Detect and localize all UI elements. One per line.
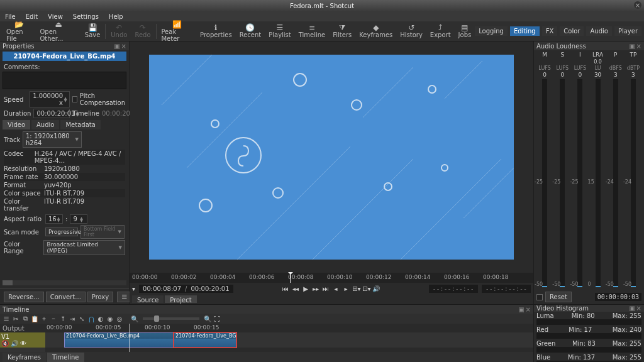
step-fwd-icon[interactable]: ▸▸ bbox=[312, 285, 319, 292]
tl-copy-icon[interactable]: ⧉ bbox=[21, 315, 29, 322]
tl-lift-icon[interactable]: ⤒ bbox=[59, 315, 67, 322]
export-button[interactable]: ⤴Export bbox=[426, 24, 455, 38]
timeline-tracks[interactable]: 00:00:00 00:00:05 00:00:10 00:00:15 2107… bbox=[45, 324, 533, 352]
in-point-timecode[interactable]: --:--:--:-- bbox=[429, 285, 478, 293]
aspect-a-input[interactable]: 16▲▼ bbox=[45, 214, 63, 224]
recent-button[interactable]: 🕓Recent bbox=[236, 24, 265, 38]
tl-zoom-in-icon[interactable]: 🔍 bbox=[204, 315, 211, 322]
mode-editing[interactable]: Editing bbox=[510, 26, 540, 36]
track-v1-header[interactable]: V1 🔇 🔊 👁 bbox=[0, 332, 45, 348]
tl-scrub-icon[interactable]: ◐ bbox=[97, 315, 104, 322]
skip-start-icon[interactable]: ⏮ bbox=[282, 285, 289, 292]
tab-timeline[interactable]: Timeline bbox=[47, 353, 84, 362]
reverse-button[interactable]: Reverse... bbox=[4, 292, 44, 302]
tab-metadata[interactable]: Metadata bbox=[60, 120, 100, 129]
mode-audio[interactable]: Audio bbox=[586, 26, 611, 36]
close-panel-icon[interactable]: × bbox=[636, 305, 641, 312]
mode-fx[interactable]: FX bbox=[542, 26, 558, 36]
grid-icon[interactable]: ⊡▾ bbox=[362, 285, 370, 292]
mode-logging[interactable]: Logging bbox=[475, 26, 508, 36]
step-back-icon[interactable]: ◂◂ bbox=[292, 285, 299, 292]
tl-menu-icon[interactable]: ☰ bbox=[3, 315, 10, 322]
keyframes-button[interactable]: ◆Keyframes bbox=[355, 24, 396, 38]
proxy-button[interactable]: Proxy bbox=[87, 292, 113, 302]
zoom-select-icon[interactable]: ⊞▾ bbox=[352, 285, 360, 292]
timeline-button[interactable]: ≡Timeline bbox=[295, 24, 330, 38]
close-icon[interactable]: × bbox=[634, 1, 641, 9]
menu-file[interactable]: File bbox=[3, 13, 18, 20]
tl-overwrite-icon[interactable]: ⇥ bbox=[69, 315, 76, 322]
aspect-b-input[interactable]: 9▲▼ bbox=[70, 214, 87, 224]
hide-icon[interactable]: 🔊 bbox=[11, 340, 18, 347]
tab-project[interactable]: Project bbox=[165, 295, 196, 303]
close-panel-icon[interactable]: × bbox=[636, 43, 641, 50]
dur-timecode[interactable]: --:--:--:-- bbox=[482, 285, 531, 293]
convert-button[interactable]: Convert... bbox=[46, 292, 86, 302]
comments-textarea[interactable] bbox=[3, 72, 126, 89]
close-panel-icon[interactable]: × bbox=[526, 306, 531, 313]
menu-help[interactable]: Help bbox=[106, 13, 126, 20]
menu-settings[interactable]: Settings bbox=[70, 13, 101, 20]
skip-end-icon[interactable]: ⏭ bbox=[322, 285, 330, 292]
loudness-enable-checkbox[interactable] bbox=[536, 294, 543, 300]
peak-meter-button[interactable]: 📶Peak Meter bbox=[157, 21, 196, 42]
tab-source[interactable]: Source bbox=[132, 295, 164, 303]
player-playhead[interactable] bbox=[290, 273, 291, 283]
loudness-reset-button[interactable]: Reset bbox=[545, 292, 572, 302]
undo-button[interactable]: ↶Undo bbox=[107, 24, 131, 38]
duration-input[interactable]: 00:00:20:01▲▼ bbox=[33, 109, 70, 118]
menu-view[interactable]: View bbox=[45, 13, 65, 20]
playlist-button[interactable]: ☰Playlist bbox=[265, 24, 295, 38]
clip-2-selected[interactable]: 210704-Fedora_Live_BG.mp4 bbox=[174, 332, 236, 348]
undock-icon[interactable]: ▣ bbox=[114, 43, 119, 50]
tl-zoom-fit-icon[interactable]: ⛶ bbox=[213, 315, 221, 322]
tab-keyframes[interactable]: Keyframes bbox=[3, 353, 46, 362]
tl-remove-icon[interactable]: － bbox=[50, 314, 57, 323]
tab-video[interactable]: Video bbox=[3, 120, 30, 129]
filters-button[interactable]: ⧩Filters bbox=[329, 24, 355, 38]
play-icon[interactable]: ▶ bbox=[302, 285, 309, 292]
color-range-select[interactable]: Broadcast Limited (MPEG)▼ bbox=[43, 240, 125, 255]
tl-ripple-icon[interactable]: ◉ bbox=[106, 315, 114, 322]
undock-icon[interactable]: ▣ bbox=[518, 306, 524, 313]
properties-button[interactable]: ℹProperties bbox=[196, 24, 236, 38]
jobs-button[interactable]: ▤Jobs bbox=[455, 24, 475, 38]
menubar: File Edit View Settings Help bbox=[0, 11, 644, 21]
tl-ripple-all-icon[interactable]: ◎ bbox=[116, 315, 123, 322]
properties-scrollbar[interactable] bbox=[3, 280, 126, 285]
undock-icon[interactable]: ▣ bbox=[629, 305, 635, 312]
current-timecode[interactable]: 00:00:08:07 / 00:00:20:01 bbox=[139, 285, 233, 293]
next-marker-icon[interactable]: ▸ bbox=[342, 285, 350, 292]
undock-icon[interactable]: ▣ bbox=[629, 43, 635, 50]
mute-icon[interactable]: 🔇 bbox=[1, 340, 9, 347]
tl-zoom-slider[interactable] bbox=[143, 317, 199, 320]
mode-color[interactable]: Color bbox=[560, 26, 584, 36]
open-file-button[interactable]: 📂Open File bbox=[3, 21, 36, 42]
volume-icon[interactable]: 🔊 bbox=[372, 285, 380, 292]
save-button[interactable]: 💾Save bbox=[81, 24, 104, 38]
lock-icon[interactable]: 👁 bbox=[20, 340, 26, 347]
prev-marker-icon[interactable]: ◂ bbox=[332, 285, 340, 292]
redo-button[interactable]: ↷Redo bbox=[131, 24, 154, 38]
speed-input[interactable]: 1.000000 x▲▼ bbox=[30, 91, 70, 107]
tl-cut-icon[interactable]: ✂ bbox=[12, 315, 19, 322]
open-other-button[interactable]: ⏏Open Other... bbox=[36, 21, 80, 42]
tl-append-icon[interactable]: ＋ bbox=[40, 314, 48, 323]
timeline-playhead[interactable] bbox=[130, 324, 130, 352]
mode-player[interactable]: Player bbox=[614, 26, 641, 36]
player-ruler[interactable]: 00:00:00 00:00:02 00:00:04 00:00:06 00:0… bbox=[130, 273, 533, 283]
video-preview[interactable] bbox=[149, 55, 514, 260]
tab-audio[interactable]: Audio bbox=[31, 120, 59, 129]
clip-1[interactable]: 210704-Fedora_Live_BG.mp4 bbox=[64, 332, 174, 348]
track-select[interactable]: 1: 1920x1080 h264▼ bbox=[23, 131, 82, 148]
scan-mode-select[interactable]: Progressive▼ bbox=[45, 228, 78, 236]
tl-zoom-out-icon[interactable]: 🔍 bbox=[131, 315, 138, 322]
menu-edit[interactable]: Edit bbox=[23, 13, 40, 20]
tl-paste-icon[interactable]: 📋 bbox=[31, 315, 38, 322]
history-button[interactable]: ↺History bbox=[396, 24, 426, 38]
tl-snap-icon[interactable]: ⋂ bbox=[87, 315, 95, 322]
tl-split-icon[interactable]: ⤡ bbox=[78, 315, 86, 322]
pitch-comp-checkbox[interactable] bbox=[72, 96, 77, 102]
close-panel-icon[interactable]: × bbox=[121, 43, 126, 50]
player-menu-icon[interactable]: ▾ bbox=[132, 285, 135, 292]
